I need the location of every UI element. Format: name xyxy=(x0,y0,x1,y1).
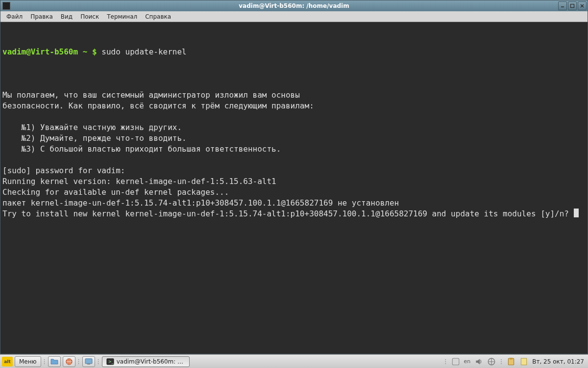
taskbar-task-label: vadim@Virt-b560m: /home... xyxy=(117,358,185,365)
output-line: Running kernel version: kernel-image-un-… xyxy=(2,177,276,186)
taskbar-separator: ⋮ xyxy=(77,356,80,367)
show-desktop-button[interactable] xyxy=(82,356,95,367)
svg-text:>_: >_ xyxy=(108,360,114,364)
network-icon[interactable] xyxy=(487,357,496,366)
svg-rect-5 xyxy=(85,359,92,364)
terminal-icon: >_ xyxy=(106,358,114,366)
taskbar: alt Меню ⋮ ⋮ ⋮ >_ vadim@Virt-b560m: /hom xyxy=(0,354,588,368)
output-line: безопасности. Как правило, всё сводится … xyxy=(2,101,314,110)
output-line: №2) Думайте, прежде что-то вводить. xyxy=(2,133,187,143)
globe-icon xyxy=(65,358,73,366)
close-button[interactable] xyxy=(578,1,587,10)
keyboard-layout-indicator[interactable]: en xyxy=(464,357,471,366)
launcher-filemanager[interactable] xyxy=(48,356,61,367)
taskbar-left: alt Меню ⋮ ⋮ ⋮ >_ vadim@Virt-b560m: /hom xyxy=(0,356,190,367)
terminal-app-icon xyxy=(2,2,10,10)
folder-icon xyxy=(50,358,58,366)
menu-help[interactable]: Справка xyxy=(141,12,175,21)
menu-edit[interactable]: Правка xyxy=(26,12,57,21)
output-line: пакет kernel-image-un-def-1:5.15.74-alt1… xyxy=(2,198,399,208)
menubar: Файл Правка Вид Поиск Терминал Справка xyxy=(0,11,588,22)
taskbar-task-terminal[interactable]: >_ vadim@Virt-b560m: /home... xyxy=(102,356,190,367)
start-menu-button[interactable]: Меню xyxy=(15,356,41,367)
taskbar-separator: ⋮ xyxy=(500,356,503,367)
window-title: vadim@Virt-b560m: /home/vadim xyxy=(239,2,349,9)
desktop-icon xyxy=(85,358,93,366)
prompt-command: sudo update-kernel xyxy=(101,47,186,56)
volume-icon[interactable] xyxy=(474,357,483,366)
svg-rect-6 xyxy=(87,364,90,365)
output-line: [sudo] password for vadim: xyxy=(2,166,130,175)
distro-logo-icon[interactable]: alt xyxy=(2,357,13,367)
svg-rect-12 xyxy=(510,358,513,359)
svg-rect-9 xyxy=(452,358,459,365)
svg-rect-13 xyxy=(521,358,527,365)
launcher-browser[interactable] xyxy=(63,356,75,367)
prompt-line: vadim@Virt-b560m ~ $ sudo update-kernel xyxy=(2,47,586,57)
output-line: Try to install new kernel kernel-image-u… xyxy=(2,209,574,218)
taskbar-separator: ⋮ xyxy=(43,356,46,367)
output-line: Мы полагаем, что ваш системный администр… xyxy=(2,90,300,100)
menu-terminal[interactable]: Терминал xyxy=(103,12,141,21)
menu-view[interactable]: Вид xyxy=(57,12,76,21)
taskbar-separator: ⋮ xyxy=(444,356,447,367)
taskbar-right: ⋮ en ⋮ Вт, 25 окт, 01:27 xyxy=(444,356,588,367)
terminal-cursor xyxy=(574,209,579,217)
taskbar-separator: ⋮ xyxy=(97,356,100,367)
maximize-button[interactable] xyxy=(568,1,577,10)
window-titlebar[interactable]: vadim@Virt-b560m: /home/vadim xyxy=(0,0,588,11)
terminal-output: Мы полагаем, что ваш системный администр… xyxy=(2,79,586,219)
output-line: №3) С большой властью приходит большая о… xyxy=(2,144,281,154)
tray-generic-icon[interactable] xyxy=(451,357,460,366)
menu-file[interactable]: Файл xyxy=(2,12,26,21)
prompt-symbol: $ xyxy=(92,47,97,56)
start-menu-label: Меню xyxy=(19,358,37,365)
output-line: №1) Уважайте частную жизнь других. xyxy=(2,123,182,132)
notes-icon[interactable] xyxy=(519,357,528,366)
menu-search[interactable]: Поиск xyxy=(76,12,103,21)
taskbar-clock[interactable]: Вт, 25 окт, 01:27 xyxy=(532,358,584,365)
minimize-button[interactable] xyxy=(558,1,567,10)
output-line: Checking for available un-def kernel pac… xyxy=(2,187,229,197)
window-buttons xyxy=(558,1,587,10)
svg-rect-1 xyxy=(571,4,574,8)
terminal-window: vadim@Virt-b560m: /home/vadim Файл Правк… xyxy=(0,0,588,354)
prompt-user-host: vadim@Virt-b560m xyxy=(2,47,78,56)
terminal-viewport[interactable]: vadim@Virt-b560m ~ $ sudo update-kernel … xyxy=(0,22,588,354)
clipboard-icon[interactable] xyxy=(507,357,515,366)
prompt-path: ~ xyxy=(83,47,88,56)
